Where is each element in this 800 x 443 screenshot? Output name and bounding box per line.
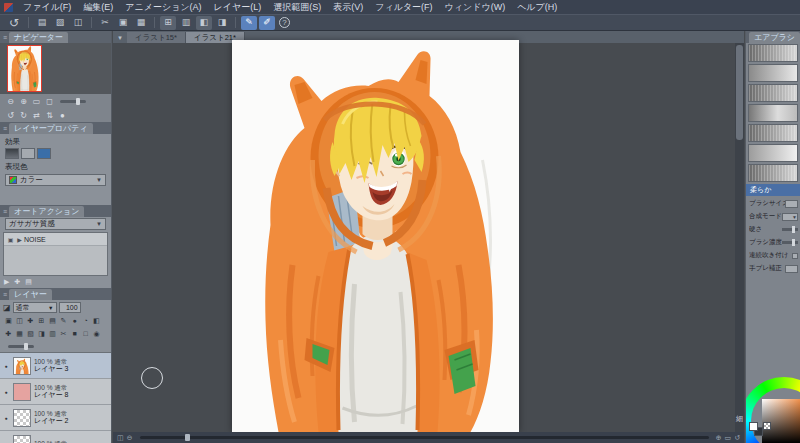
- document-tab-1[interactable]: イラスト15*: [127, 32, 186, 43]
- add-vector-layer-icon[interactable]: ▦: [14, 330, 25, 338]
- blend-mode-dropdown[interactable]: ▼: [782, 213, 798, 221]
- flip-vertical-icon[interactable]: ⇅: [43, 111, 56, 120]
- zoom-out-icon[interactable]: ⊖: [4, 97, 17, 106]
- help-icon[interactable]: ?: [279, 17, 290, 28]
- clip-layer-icon[interactable]: ▣: [3, 317, 14, 325]
- layer-thumbnail[interactable]: [13, 383, 31, 401]
- hardness-slider[interactable]: [782, 228, 798, 231]
- layer-name[interactable]: レイヤー 8: [34, 391, 68, 399]
- add-action-icon[interactable]: ✚: [14, 278, 20, 286]
- brush-size-field[interactable]: [785, 200, 798, 208]
- auto-action-set-select[interactable]: ガサガサ質感 ▼: [5, 218, 106, 230]
- transfer-layer-icon[interactable]: ▧: [25, 330, 36, 338]
- layer-row[interactable]: ● 100 % 通常 レイヤー 2: [0, 405, 111, 431]
- layer-palette-slider[interactable]: [8, 345, 34, 348]
- navigator-view-rectangle[interactable]: [7, 45, 42, 92]
- panel-menu-icon[interactable]: ≡: [3, 34, 7, 41]
- canvas-vertical-scrollbar[interactable]: [735, 43, 744, 432]
- empty-layer-icon[interactable]: □: [80, 330, 91, 337]
- menu-layer[interactable]: レイヤー(L): [208, 0, 268, 14]
- nav-zoom-reset-icon[interactable]: ▭: [725, 434, 732, 442]
- fill-layer-icon[interactable]: ■: [69, 330, 80, 337]
- param-continuous-spray[interactable]: 連続吹き付け: [746, 249, 800, 262]
- menu-window[interactable]: ウィンドウ(W): [439, 0, 512, 14]
- visibility-eye-icon[interactable]: ●: [2, 363, 10, 369]
- action-menu-icon[interactable]: ▤: [25, 278, 32, 286]
- param-density[interactable]: ブラシ濃度: [746, 236, 800, 249]
- lock-layer-icon[interactable]: ●: [69, 317, 80, 324]
- blend-mode-select[interactable]: 通常 ▼: [13, 302, 57, 313]
- navigator-zoom-slider[interactable]: [60, 100, 86, 103]
- show-all-icon[interactable]: ◉: [91, 330, 102, 338]
- menu-view[interactable]: 表示(V): [327, 0, 369, 14]
- ruler-icon[interactable]: ▥: [178, 16, 194, 30]
- subtool-header[interactable]: エアブラシ: [746, 31, 800, 43]
- zoom-100-icon[interactable]: ◻: [43, 97, 56, 106]
- nav-rotate-reset-icon[interactable]: ↺: [734, 434, 740, 442]
- scrollbar-thumb[interactable]: [736, 45, 743, 140]
- panel-menu-icon[interactable]: ≡: [3, 125, 7, 132]
- canvas-zoom-slider[interactable]: [140, 436, 709, 439]
- cut-icon[interactable]: ✂: [97, 16, 113, 30]
- auto-action-header[interactable]: ≡ オートアクション: [0, 205, 111, 217]
- nav-fit-icon[interactable]: ◫: [117, 434, 124, 442]
- brush-preview-item[interactable]: [748, 144, 798, 162]
- layer-mask-icon[interactable]: ▥: [47, 330, 58, 338]
- stabilization-field[interactable]: [785, 265, 798, 273]
- layer-row[interactable]: ● 100 % 通常 レイヤー 8: [0, 379, 111, 405]
- menu-edit[interactable]: 編集(E): [77, 0, 119, 14]
- layer-property-header[interactable]: ≡ レイヤープロパティ: [0, 122, 111, 134]
- tone-effect-icon[interactable]: [21, 148, 35, 159]
- layer-row[interactable]: ● 100 % 通常: [0, 431, 111, 443]
- main-color-swatch[interactable]: [749, 422, 758, 431]
- reference-layer-icon[interactable]: ◫: [14, 317, 25, 325]
- continuous-spray-checkbox[interactable]: [792, 253, 798, 259]
- visibility-eye-icon[interactable]: ●: [2, 415, 10, 421]
- brush-preview-item[interactable]: [748, 164, 798, 182]
- zoom-in-icon[interactable]: ⊕: [17, 97, 30, 106]
- play-action-icon[interactable]: ▶: [4, 278, 9, 286]
- brush-tool-icon[interactable]: ✐: [259, 16, 275, 30]
- paste-icon[interactable]: ▦: [133, 16, 149, 30]
- brush-preview-item[interactable]: [748, 124, 798, 142]
- brush-preview-item[interactable]: [748, 84, 798, 102]
- auto-action-item[interactable]: ▣ ▶ NOISE: [4, 233, 107, 246]
- new-folder-icon[interactable]: ⊞: [36, 317, 47, 325]
- snap-right-icon[interactable]: ◨: [214, 16, 230, 30]
- layer-color-effect-icon[interactable]: [37, 148, 51, 159]
- border-effect-icon[interactable]: [5, 148, 19, 159]
- brush-preview-item[interactable]: [748, 64, 798, 82]
- menu-filter[interactable]: フィルター(F): [369, 0, 438, 14]
- tab-list-icon[interactable]: ▾: [113, 32, 127, 43]
- panel-menu-icon[interactable]: ≡: [3, 291, 7, 298]
- pen-tool-icon[interactable]: ✎: [241, 16, 257, 30]
- layer-row[interactable]: ● 100 % 通常 レイヤー 3: [0, 353, 111, 379]
- draft-layer-icon[interactable]: ✎: [58, 317, 69, 325]
- subtool-group-tab[interactable]: エアブラシ: [749, 32, 800, 43]
- snap-left-icon[interactable]: ◧: [196, 16, 212, 30]
- navigator-tab[interactable]: ナビゲーター: [9, 32, 68, 43]
- param-brush-size[interactable]: ブラシサイズ: [746, 197, 800, 210]
- menu-selection[interactable]: 選択範囲(S): [267, 0, 327, 14]
- selected-subtool[interactable]: 柔らか: [746, 184, 800, 196]
- add-layer-icon[interactable]: ✚: [3, 330, 14, 338]
- param-hardness[interactable]: 硬さ: [746, 223, 800, 236]
- reset-view-icon[interactable]: ●: [56, 111, 69, 120]
- navigator-thumbnail[interactable]: [7, 45, 42, 92]
- navigator-header[interactable]: ≡ ナビゲーター: [0, 31, 111, 43]
- fit-screen-icon[interactable]: ▭: [30, 97, 43, 106]
- grid-icon[interactable]: ⊞: [160, 16, 176, 30]
- layer-thumbnail[interactable]: [13, 409, 31, 427]
- menu-animation[interactable]: アニメーション(A): [119, 0, 207, 14]
- layer-thumbnail[interactable]: [13, 357, 31, 375]
- layers-header[interactable]: ≡ レイヤー: [0, 288, 111, 300]
- visibility-eye-icon[interactable]: ●: [2, 389, 10, 395]
- flip-horizontal-icon[interactable]: ⇄: [30, 111, 43, 120]
- save-icon[interactable]: ◫: [70, 16, 86, 30]
- new-file-icon[interactable]: ▤: [34, 16, 50, 30]
- param-blend-mode[interactable]: 合成モード ▼: [746, 210, 800, 223]
- layer-property-tab[interactable]: レイヤープロパティ: [9, 123, 93, 134]
- navigator-preview-zone[interactable]: [0, 43, 111, 94]
- density-slider[interactable]: [782, 241, 798, 244]
- layer-name[interactable]: レイヤー 3: [34, 365, 68, 373]
